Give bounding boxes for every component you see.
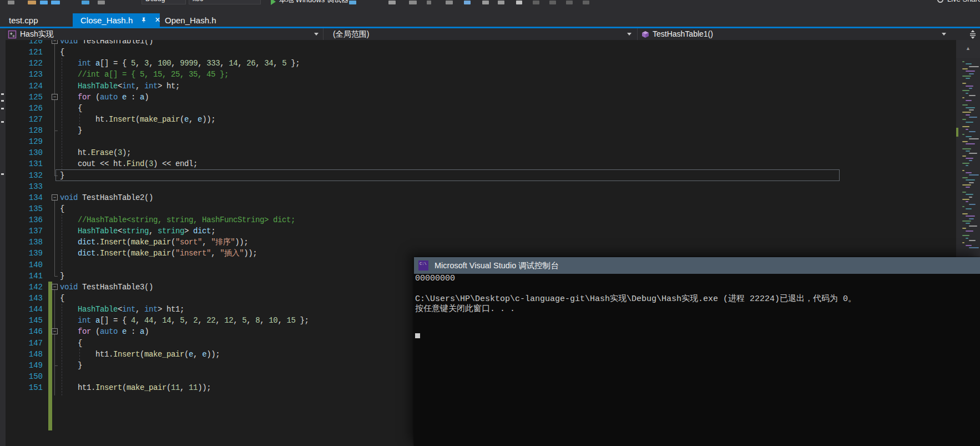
- platform-dropdown[interactable]: x86: [189, 0, 261, 4]
- minimap-line-mark: [966, 86, 973, 87]
- console-title: Microsoft Visual Studio 调试控制台: [435, 260, 559, 271]
- toolbar-icon-0[interactable]: [8, 1, 14, 4]
- toolbar-icon-14[interactable]: [516, 1, 522, 4]
- minimap-line-mark: [966, 223, 970, 224]
- code-text: }: [60, 270, 64, 282]
- minimap-line-mark: [962, 76, 971, 77]
- tab-test-cpp[interactable]: test.cpp: [0, 13, 72, 27]
- fold-collapse-icon[interactable]: −: [52, 194, 58, 201]
- code-line-134: 134−void TestHashTable2(): [6, 192, 956, 204]
- console-icon: C:\: [418, 260, 428, 270]
- line-number: 141: [6, 270, 43, 282]
- minimap-line-mark: [969, 225, 977, 227]
- tab-open-hash-h[interactable]: Open_Hash.h: [160, 13, 221, 27]
- line-number: 148: [6, 349, 43, 360]
- code-line-121: 121{: [6, 47, 956, 58]
- minimap-line-mark: [962, 192, 966, 193]
- minimap-line-mark: [966, 238, 968, 239]
- minimap-line-mark: [962, 61, 964, 62]
- code-text: void TestHashTable2(): [60, 192, 153, 203]
- scope-dropdown[interactable]: (全局范围): [333, 29, 369, 39]
- minimap-line-mark: [969, 73, 974, 74]
- minimap-line-mark: [969, 174, 979, 176]
- navbar-separator: [323, 28, 324, 40]
- toolbar-icon-5[interactable]: [98, 1, 105, 4]
- fold-collapse-icon[interactable]: −: [52, 284, 58, 290]
- console-line: 按任意键关闭此窗口. . .: [415, 304, 980, 314]
- minimap-line-mark: [962, 148, 971, 149]
- line-number: 127: [6, 114, 43, 125]
- toolbar-icon-1[interactable]: [28, 1, 36, 4]
- line-number: 138: [6, 237, 43, 248]
- live-share-button[interactable]: Live Share: [947, 0, 980, 3]
- toolbar-icon-8[interactable]: [409, 1, 417, 4]
- line-number: 151: [6, 382, 43, 393]
- toolbar-icon-16[interactable]: [549, 1, 556, 4]
- toolbar-icon-15[interactable]: [533, 1, 539, 4]
- minimap-line-mark: [969, 131, 976, 132]
- solution-config-dropdown[interactable]: Debug: [142, 0, 186, 4]
- fold-collapse-icon[interactable]: −: [52, 328, 58, 334]
- code-text: }: [60, 360, 82, 371]
- toolbar-icon-11[interactable]: [464, 1, 471, 4]
- code-line-123: 123 //int a[] = { 5, 15, 25, 35, 45 };: [6, 69, 956, 81]
- member-dropdown[interactable]: TestHashTable1(): [653, 29, 713, 38]
- minimap-line-mark: [962, 126, 969, 127]
- console-titlebar[interactable]: C:\ Microsoft Visual Studio 调试控制台: [414, 257, 980, 274]
- start-debug-icon[interactable]: [271, 0, 276, 5]
- left-edge-strip: [0, 28, 6, 446]
- code-text: {: [60, 103, 82, 114]
- code-line-124: 124 HashTable<int, int> ht;: [6, 81, 956, 92]
- line-number: 134: [6, 192, 43, 203]
- toolbar-icon-12[interactable]: [482, 1, 489, 4]
- toolbar-icon-3[interactable]: [51, 1, 60, 4]
- line-number: 123: [6, 69, 43, 80]
- code-line-120: 120−void TestHashTable1(): [6, 40, 956, 47]
- minimap-line-mark: [966, 114, 970, 116]
- code-text: {: [60, 338, 82, 349]
- chevron-down-icon[interactable]: [627, 33, 632, 36]
- line-number: 128: [6, 125, 43, 136]
- minimap-line-mark: [962, 235, 969, 236]
- project-dropdown[interactable]: Hash实现: [20, 29, 54, 39]
- line-number: 140: [6, 259, 43, 270]
- tab-label: Open_Hash.h: [165, 16, 216, 25]
- console-output[interactable]: 00000000 C:\Users\HP\Desktop\c-language-…: [414, 274, 980, 446]
- minimap-line-mark: [966, 93, 968, 94]
- line-number: 144: [6, 304, 43, 315]
- toolbar-icon-17[interactable]: [566, 1, 573, 4]
- line-number: 147: [6, 338, 43, 349]
- platform-value: x86: [193, 0, 203, 3]
- toolbar-icon-10[interactable]: [446, 1, 453, 4]
- fold-collapse-icon[interactable]: −: [52, 40, 58, 44]
- tab-label: test.cpp: [9, 16, 38, 25]
- scroll-up-arrow[interactable]: ▲: [956, 40, 980, 58]
- start-debug-button[interactable]: 本地 Windows 调试器: [279, 0, 348, 5]
- toolbar-icon-13[interactable]: [498, 1, 504, 4]
- toolbar-icon-18[interactable]: [583, 1, 589, 4]
- chevron-down-icon[interactable]: [942, 33, 946, 36]
- toolbar-icon-4[interactable]: [82, 1, 89, 4]
- line-number: 139: [6, 248, 43, 259]
- toolbar-icon-6[interactable]: [349, 1, 356, 4]
- toolbar-icon-9[interactable]: [427, 1, 431, 4]
- line-number: 142: [6, 282, 43, 293]
- minimap-line-mark: [962, 119, 966, 120]
- tab-close-hash-h[interactable]: Close_Hash.h ×: [73, 13, 160, 27]
- line-number: 132: [6, 170, 43, 181]
- live-share-icon[interactable]: [937, 0, 943, 3]
- code-text: {: [60, 293, 64, 304]
- code-text: int a[] = { 4, 44, 14, 5, 2, 22, 12, 5, …: [60, 315, 309, 326]
- split-editor-handle[interactable]: [966, 28, 980, 40]
- pin-icon[interactable]: [140, 17, 147, 23]
- chevron-down-icon[interactable]: [314, 33, 319, 36]
- toolbar-icon-7[interactable]: [388, 1, 396, 4]
- minimap-line-mark: [966, 71, 975, 72]
- debug-console-window[interactable]: C:\ Microsoft Visual Studio 调试控制台 000000…: [414, 257, 980, 446]
- fold-collapse-icon[interactable]: −: [52, 94, 58, 100]
- line-number: 146: [6, 326, 43, 337]
- toolbar-icon-2[interactable]: [40, 1, 48, 4]
- minimap-change-mark: [956, 128, 958, 137]
- minimap-line-mark: [962, 199, 969, 200]
- minimap-line-mark: [966, 165, 968, 166]
